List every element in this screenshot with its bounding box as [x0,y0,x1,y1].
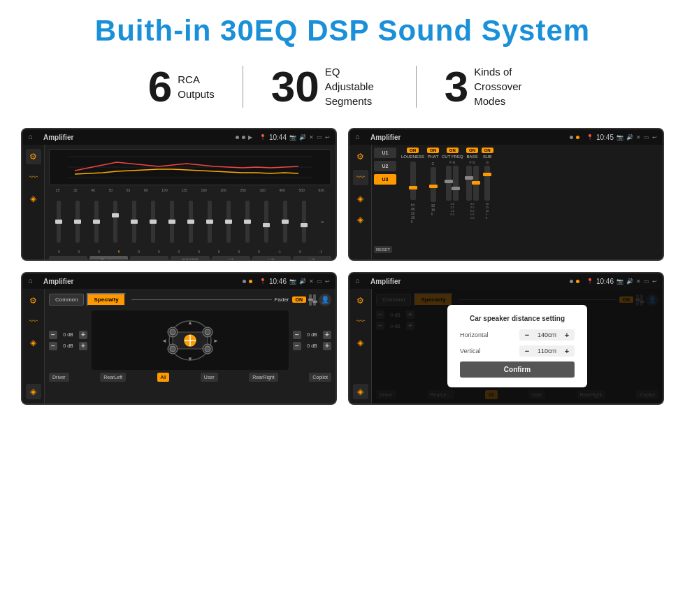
fader-home-icon[interactable]: ⌂ [28,276,38,286]
eq-slider-3[interactable] [94,201,99,243]
eq-slider-12[interactable] [264,201,268,243]
stat-crossover-number: 3 [445,65,468,108]
amp-sidebar-extra[interactable]: ◈ [353,212,368,227]
vertical-minus-btn[interactable]: − [522,347,532,355]
eq-slider-14[interactable] [302,201,306,243]
dialog-sidebar-eq[interactable]: ⚙ [353,293,368,308]
eq-slider-11[interactable] [245,201,250,243]
eq-slider-4[interactable] [113,201,117,243]
eq-prev-btn[interactable]: ◄ [49,256,87,261]
bass-on[interactable]: ON [466,148,478,153]
fader-app-name: Amplifier [43,278,240,285]
sub-on[interactable]: ON [482,148,493,153]
channel-cutfreq: ON CUT FREQ F G 3.02.11.30.5 [442,148,463,257]
phat-on[interactable]: ON [427,148,439,153]
speaker-rl-ctrl: − 0 dB + [49,342,87,350]
cutfreq-slider-g[interactable] [453,166,459,201]
speaker-fl-minus[interactable]: − [49,331,57,339]
loudness-on[interactable]: ON [407,148,419,153]
eq-next-btn[interactable]: ► [130,256,168,261]
cutfreq-slider-f[interactable] [446,166,452,201]
stat-eq: 30 EQ Adjustable Segments [243,64,416,108]
eq-sidebar-wave[interactable]: 〰 [26,170,41,185]
back-icon-eq[interactable]: ↩ [325,134,330,141]
amp-device-screen: ⌂ Amplifier 📍 10:45 📷 🔊 ✕ ▭ ↩ ⚙ 〰 ◈ ◈ [348,128,664,261]
eq-slider-6[interactable] [151,201,155,243]
svg-point-15 [205,346,210,352]
fader-driver-btn[interactable]: Driver [49,373,69,382]
speaker-rr-plus[interactable]: + [323,342,331,350]
eq-slider-8[interactable] [189,201,193,243]
horizontal-plus-btn[interactable]: + [562,331,572,339]
fader-user-btn[interactable]: User [201,373,218,382]
speaker-fr-plus[interactable]: + [323,331,331,339]
eq-slider-9[interactable] [208,201,212,243]
amp-sidebar-vol[interactable]: ◈ [353,191,368,206]
eq-sidebar-vol[interactable]: ◈ [26,191,41,206]
speaker-fl-plus[interactable]: + [79,331,87,339]
confirm-button[interactable]: Confirm [460,361,575,378]
amp-channels: ON LOUDNESS 644832160 ON PHAT G [398,145,663,259]
dialog-sidebar-wave[interactable]: 〰 [353,314,368,329]
cutfreq-on[interactable]: ON [447,148,459,153]
eq-custom-btn[interactable]: Custom [89,256,128,261]
fader-copilot-btn[interactable]: Copilot [309,373,331,382]
avatar-icon[interactable]: 👤 [319,294,331,306]
freq-63: 63 [127,188,131,192]
eq-reset-btn[interactable]: RESET [171,256,209,261]
eq-slider-7[interactable] [170,201,174,243]
fader-sidebar-wave[interactable]: 〰 [26,314,41,329]
horizontal-minus-btn[interactable]: − [522,331,532,339]
fader-sidebar-vol[interactable]: ◈ [26,335,41,350]
fader-rearleft-btn[interactable]: RearLeft [100,373,126,382]
eq-slider-2[interactable] [75,201,80,243]
eq-sidebar-eq[interactable]: ⚙ [26,149,41,164]
amp-u2-btn[interactable]: U2 [374,161,396,171]
eq-slider-13[interactable] [283,201,287,243]
eq-slider-5[interactable] [132,201,136,243]
fader-rearright-btn[interactable]: RearRight [249,373,278,382]
svg-text:▲: ▲ [187,320,193,326]
amp-u3-btn[interactable]: U3 [374,174,396,185]
bass-slider-g[interactable] [473,166,479,201]
fader-on-badge[interactable]: ON [292,296,307,303]
amp-u1-btn[interactable]: U1 [374,148,396,158]
amp-sidebar-eq[interactable]: ⚙ [353,149,368,164]
speaker-rr-minus[interactable]: − [293,342,301,350]
fader-label: Fader [275,296,289,303]
fader-tab-specialty[interactable]: Specialty [87,293,125,306]
eq-u2-btn[interactable]: U2 [252,256,291,261]
loudness-slider[interactable] [410,162,416,200]
dialog-sidebar-vol[interactable]: ◈ [353,335,368,350]
speaker-rl-plus[interactable]: + [79,342,87,350]
speaker-rl-minus[interactable]: − [49,342,57,350]
eq-u1-btn[interactable]: U1 [212,256,250,261]
fader-tab-common[interactable]: Common [49,294,84,306]
fader-back-icon[interactable]: ↩ [325,278,330,285]
phat-slider[interactable] [431,167,436,202]
bass-slider-f[interactable] [466,166,472,201]
vertical-plus-btn[interactable]: + [562,347,572,355]
eq-u3-btn[interactable]: U3 [293,256,331,261]
amp-sidebar-wave[interactable]: 〰 [353,170,368,185]
dialog-horizontal-stepper: − 140cm + [519,329,575,341]
amp-reset-btn[interactable]: RESET [374,246,392,253]
fader-sidebar-extra[interactable]: ◈ [26,384,41,399]
amp-back-icon[interactable]: ↩ [652,134,657,141]
dialog-back-icon[interactable]: ↩ [652,278,657,285]
fader-sidebar-eq[interactable]: ⚙ [26,293,41,308]
eq-slider-1[interactable] [57,201,61,243]
home-icon[interactable]: ⌂ [28,132,38,142]
amp-close-icon: ✕ [636,134,641,141]
mini-slider-1[interactable] [309,294,312,306]
expand-icon[interactable]: » [321,219,324,225]
fader-all-btn[interactable]: All [157,373,170,382]
dialog-sidebar-extra[interactable]: ◈ [353,384,368,399]
mini-slider-2[interactable] [313,294,316,306]
dialog-home-icon[interactable]: ⌂ [355,276,365,286]
amp-home-icon[interactable]: ⌂ [355,132,365,142]
speaker-fr-minus[interactable]: − [293,331,301,339]
val-0-5: 0 [138,250,140,254]
eq-slider-10[interactable] [226,201,231,243]
sub-slider[interactable] [484,166,490,201]
